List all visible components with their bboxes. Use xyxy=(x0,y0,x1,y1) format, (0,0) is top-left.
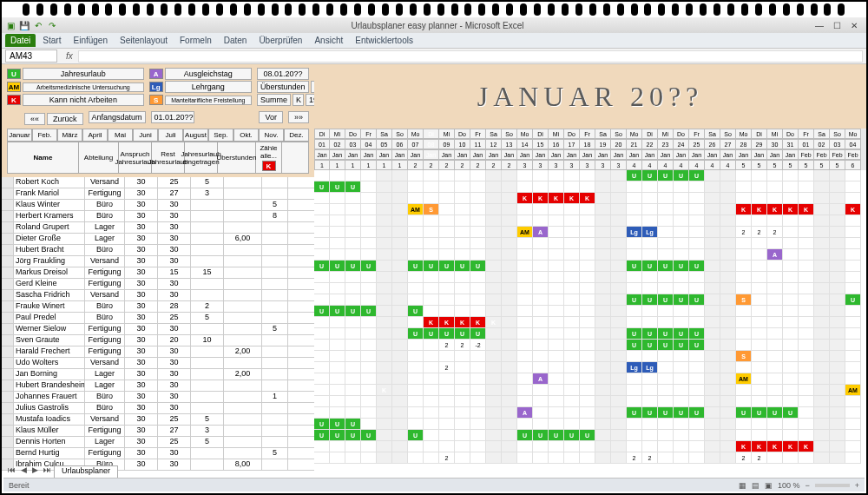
calendar-row[interactable]: A xyxy=(314,249,866,261)
calendar-row[interactable]: KAM xyxy=(314,385,866,396)
fwd-arrow-button[interactable]: »» xyxy=(288,111,309,123)
zoom-in-button[interactable]: + xyxy=(855,481,859,490)
sheet-nav-prev[interactable]: ◀ xyxy=(18,465,30,478)
person-row[interactable]: Harald FrechertFertigung30302,00 xyxy=(2,346,314,358)
sheet-tabs: ⏮ ◀ ▶ ⏭ Urlaubsplaner xyxy=(5,465,118,478)
person-row[interactable]: Jörg FrauklingVersand3030 xyxy=(2,256,314,267)
back-button[interactable]: Zurück xyxy=(47,113,83,125)
person-row[interactable]: Jan BorningLager30302,00 xyxy=(2,369,314,380)
month-tab[interactable]: Juli xyxy=(158,129,183,142)
calendar-row[interactable]: AUUUUUUUUU xyxy=(314,407,866,419)
calendar-row[interactable]: 2LgLg xyxy=(314,362,866,373)
calendar-row[interactable]: 22222 xyxy=(314,452,866,464)
person-row[interactable]: Klaus MüllerFertigung30273 xyxy=(2,426,314,437)
calendar-row[interactable] xyxy=(314,215,866,227)
person-row[interactable]: Klaus WinterBüro30305 xyxy=(2,200,314,211)
month-tab[interactable]: April xyxy=(82,129,108,142)
person-row[interactable]: Dieter GroßeLager30306,00 xyxy=(2,234,314,245)
month-tab[interactable]: Januar xyxy=(7,129,32,142)
calendar-row[interactable]: KKKKK xyxy=(314,441,866,452)
person-row[interactable]: Hubert BrachtBüro3030 xyxy=(2,245,314,256)
person-row[interactable]: Julius GastrolisBüro3030 xyxy=(2,403,314,414)
ribbon-tab-entwicklertools[interactable]: Entwicklertools xyxy=(350,34,418,47)
zoom-out-button[interactable]: − xyxy=(805,481,809,490)
person-row[interactable]: Gerd KleineFertigung3030 xyxy=(2,279,314,290)
formula-input[interactable] xyxy=(78,50,863,63)
startdate-value[interactable]: 01.01.20?? xyxy=(151,111,194,123)
person-row[interactable]: Roland GrupertLager3030 xyxy=(2,222,314,234)
ribbon-tab-daten[interactable]: Daten xyxy=(219,34,253,47)
name-box[interactable]: AM43 xyxy=(5,50,57,63)
ribbon-tab-formeln[interactable]: Formeln xyxy=(174,34,217,47)
redo-icon[interactable]: ↷ xyxy=(47,20,57,30)
month-tab[interactable]: August xyxy=(183,129,208,142)
ribbon-tab-seitenlayout[interactable]: Seitenlayout xyxy=(115,34,173,47)
calendar-row[interactable]: S xyxy=(314,351,866,362)
calendar-row[interactable] xyxy=(314,283,866,294)
calendar-row[interactable]: AMSKKKKKK xyxy=(314,204,866,215)
startdate-label: Anfangsdatum xyxy=(89,111,146,123)
person-row[interactable]: Mustafa IoadicsVersand30255 xyxy=(2,414,314,426)
zoom-slider[interactable] xyxy=(815,484,850,487)
person-row[interactable]: Udo WoltersVersand3030 xyxy=(2,358,314,369)
fx-icon[interactable]: fx xyxy=(61,51,78,61)
month-tab[interactable]: Mai xyxy=(108,129,133,142)
ribbon-tab-einfügen[interactable]: Einfügen xyxy=(68,34,112,47)
calendar-row[interactable]: UUUUU xyxy=(314,306,866,317)
undo-icon[interactable]: ↶ xyxy=(33,20,43,30)
calendar-row[interactable]: UUUUUUUUUU xyxy=(314,328,866,340)
sheet-nav-next[interactable]: ▶ xyxy=(30,465,41,478)
zaehle-code[interactable]: K xyxy=(262,161,276,171)
calendar-row[interactable]: UUUUUUUUUUUUUU xyxy=(314,261,866,272)
calendar-row[interactable]: UUU xyxy=(314,419,866,430)
minimize-button[interactable]: — xyxy=(811,21,828,30)
person-row[interactable]: Herbert KramersBüro30308 xyxy=(2,211,314,222)
view-layout-icon[interactable]: ▤ xyxy=(752,481,760,490)
month-tab[interactable]: Sep. xyxy=(208,129,233,142)
maximize-button[interactable]: ☐ xyxy=(828,21,845,30)
month-tab[interactable]: Okt. xyxy=(233,129,259,142)
calendar-row[interactable]: UUUUU xyxy=(314,170,866,182)
ribbon-tab-datei[interactable]: Datei xyxy=(5,34,36,47)
person-row[interactable]: Frauke WinertBüro30282 xyxy=(2,301,314,313)
month-tab[interactable]: Feb. xyxy=(32,129,57,142)
month-tab[interactable]: Nov. xyxy=(259,129,284,142)
view-break-icon[interactable]: ▣ xyxy=(765,481,773,490)
calendar-row[interactable]: AMALgLg222 xyxy=(314,227,866,238)
person-row[interactable]: Sascha FridrichVersand3030 xyxy=(2,290,314,301)
calendar-row[interactable]: AAM xyxy=(314,373,866,385)
calendar-row[interactable]: UUU xyxy=(314,182,866,193)
calendar-row[interactable] xyxy=(314,396,866,407)
month-tab[interactable]: Dez. xyxy=(284,129,309,142)
back-arrow-button[interactable]: «« xyxy=(24,113,45,125)
view-normal-icon[interactable]: ▦ xyxy=(739,481,746,490)
calendar-row[interactable] xyxy=(314,272,866,283)
person-row[interactable]: Markus DreisolFertigung301515 xyxy=(2,267,314,279)
person-row[interactable]: Bernd HurtigFertigung30305 xyxy=(2,448,314,459)
person-row[interactable]: Hubert BrandesheimLager3030 xyxy=(2,380,314,392)
calendar-row[interactable]: KKKKK xyxy=(314,193,866,204)
month-tab[interactable]: Juni xyxy=(133,129,158,142)
calendar-row[interactable]: UUUUUUUUUU xyxy=(314,430,866,441)
calendar-row[interactable]: 22-2UUUUU xyxy=(314,340,866,351)
close-button[interactable]: ✕ xyxy=(845,21,863,30)
save-icon[interactable]: 💾 xyxy=(19,20,30,30)
ribbon-tab-start[interactable]: Start xyxy=(37,34,66,47)
sheet-nav-last[interactable]: ⏭ xyxy=(41,465,54,478)
calendar-row[interactable]: KKKKK xyxy=(314,317,866,328)
person-row[interactable]: Frank MariolFertigung30273 xyxy=(2,188,314,200)
ribbon-tab-ansicht[interactable]: Ansicht xyxy=(309,34,348,47)
fwd-button[interactable]: Vor xyxy=(259,111,283,123)
person-row[interactable]: Johannes FrauertBüro30301 xyxy=(2,392,314,403)
person-row[interactable]: Paul PredelBüro30255 xyxy=(2,313,314,324)
month-tab[interactable]: März xyxy=(57,129,82,142)
person-row[interactable]: Sven GrauteFertigung302010 xyxy=(2,335,314,346)
person-row[interactable]: Dennis HortenLager30255 xyxy=(2,437,314,448)
calendar-row[interactable]: UUUUUSU xyxy=(314,294,866,306)
ribbon-tab-überprüfen[interactable]: Überprüfen xyxy=(253,34,307,47)
sheet-nav-first[interactable]: ⏮ xyxy=(5,465,18,478)
person-row[interactable]: Werner SielowFertigung30305 xyxy=(2,324,314,335)
calendar-row[interactable] xyxy=(314,238,866,249)
person-row[interactable]: Robert KochVersand30255 xyxy=(2,177,314,188)
sheet-tab-active[interactable]: Urlaubsplaner xyxy=(54,465,118,478)
